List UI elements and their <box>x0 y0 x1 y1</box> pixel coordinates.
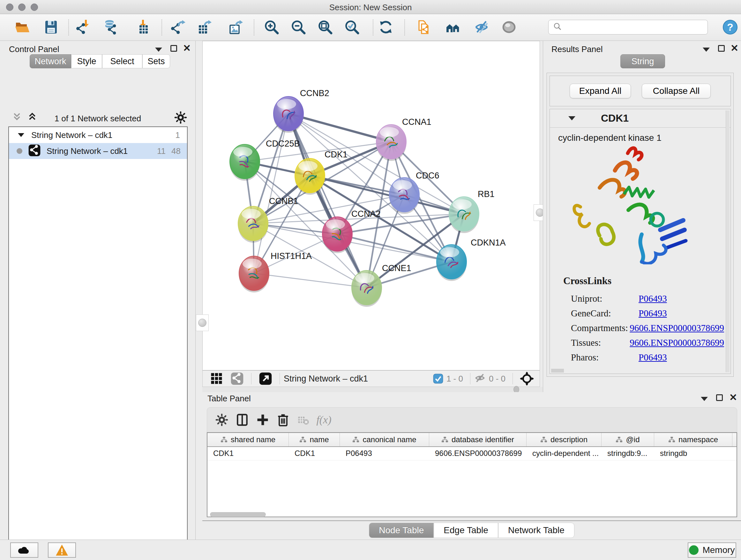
memory-label: Memory <box>702 545 735 555</box>
results-panel-close-icon[interactable]: ✕ <box>731 45 738 53</box>
tab-sets[interactable]: Sets <box>142 54 170 68</box>
tab-select[interactable]: Select <box>102 54 142 68</box>
show-columns-icon[interactable] <box>232 411 253 429</box>
help-button[interactable]: ? <box>722 19 738 36</box>
control-panel-close-icon[interactable]: ✕ <box>183 45 191 53</box>
gene-section-header[interactable]: CDK1 <box>550 109 731 128</box>
network-overview-icon[interactable] <box>227 370 247 388</box>
table-panel-float-icon[interactable] <box>716 394 723 402</box>
control-panel-collapse-icon[interactable] <box>155 47 162 53</box>
column-header-id[interactable]: @id <box>602 433 654 446</box>
results-panel-collapse-icon[interactable] <box>703 47 710 53</box>
crosslink-value-link[interactable]: P06493 <box>638 294 667 304</box>
open-session-icon[interactable] <box>14 19 30 36</box>
table-horizontal-scrollbar[interactable] <box>210 512 266 517</box>
control-panel-float-icon[interactable] <box>171 45 177 53</box>
zoom-out-icon[interactable] <box>290 19 307 36</box>
export-table-icon[interactable] <box>196 19 213 36</box>
column-header-namespace[interactable]: namespace <box>654 433 732 446</box>
table-cell[interactable]: CDK1 <box>207 447 289 460</box>
network-node-cdkn1a[interactable]: CDKN1A <box>436 238 506 281</box>
selected-checkbox-icon[interactable] <box>433 374 443 384</box>
zoom-in-icon[interactable] <box>263 19 280 36</box>
node-label: CCNA2 <box>351 209 381 219</box>
zoom-fit-icon[interactable] <box>317 19 333 36</box>
expand-all-button[interactable]: Expand All <box>569 84 631 98</box>
crosslink-value-link[interactable]: P06493 <box>638 308 667 319</box>
delete-column-icon[interactable] <box>273 411 293 429</box>
column-header-canonicalname[interactable]: canonical name <box>340 433 429 446</box>
network-row-selected[interactable]: String Network – cdk1 11 48 <box>9 143 187 159</box>
node-label: CCNA1 <box>402 117 431 127</box>
cloud-status-button[interactable] <box>10 543 38 558</box>
network-node-count: 11 <box>157 146 165 156</box>
tab-node-table[interactable]: Node Table <box>369 523 434 538</box>
network-edge[interactable] <box>288 114 367 288</box>
crosslink-value-link[interactable]: 9606.ENSP00000378699 <box>630 323 724 333</box>
crosslink-row: Uniprot: P06493 <box>571 291 724 306</box>
table-cell[interactable]: CDK1 <box>289 447 340 460</box>
table-panel-collapse-icon[interactable] <box>701 396 708 402</box>
table-cell[interactable]: stringdb <box>654 447 732 460</box>
network-node-ccne1[interactable]: CCNE1 <box>352 263 411 307</box>
network-node-ccnb2[interactable]: CCNB2 <box>273 88 329 133</box>
gene-collapse-icon[interactable] <box>568 116 576 120</box>
tab-string[interactable]: String <box>620 54 665 68</box>
results-panel-float-icon[interactable] <box>718 45 725 53</box>
network-node-cdc6[interactable]: CDC6 <box>389 171 440 214</box>
app-window: Session: New Session ? Control Panel ✕ N… <box>0 0 741 560</box>
table-cell[interactable]: cyclin-dependent ... <box>527 447 602 460</box>
tab-edge-table[interactable]: Edge Table <box>434 523 498 538</box>
save-session-icon[interactable] <box>43 19 59 36</box>
network-options-gear-icon[interactable] <box>174 111 188 126</box>
export-network-icon[interactable] <box>170 19 187 36</box>
crosslink-value-link[interactable]: 9606.ENSP00000378699 <box>630 337 724 348</box>
table-row[interactable]: CDK1CDK1P064939606.ENSP00000378699cyclin… <box>207 447 737 460</box>
left-splitter-handle[interactable] <box>196 314 209 331</box>
table-cell[interactable]: 9606.ENSP00000378699 <box>429 447 527 460</box>
tree-expand-icon[interactable] <box>18 133 24 137</box>
column-header-name[interactable]: name <box>289 433 340 446</box>
tab-style[interactable]: Style <box>71 54 102 68</box>
table-panel-close-icon[interactable]: ✕ <box>729 394 737 402</box>
results-horizontal-scrollbar[interactable] <box>551 369 564 373</box>
string-home-icon[interactable] <box>445 19 461 36</box>
table-cell[interactable]: stringdb:9... <box>602 447 654 460</box>
column-header-description[interactable]: description <box>527 433 602 446</box>
network-node-rb1[interactable]: RB1 <box>449 189 495 233</box>
crosslink-value-link[interactable]: P06493 <box>638 352 667 363</box>
create-column-icon[interactable] <box>253 411 273 429</box>
memory-button[interactable]: Memory <box>688 543 736 558</box>
fit-selected-icon[interactable] <box>517 370 537 388</box>
tab-network[interactable]: Network <box>30 54 71 68</box>
search-field[interactable] <box>548 20 708 35</box>
export-image-icon[interactable] <box>227 19 244 36</box>
network-node-ccnb1[interactable]: CCNB1 <box>238 196 298 243</box>
results-vertical-scrollbar[interactable] <box>726 111 730 372</box>
import-table-icon[interactable] <box>133 19 150 36</box>
network-node-hist1h1a[interactable]: HIST1H1A <box>239 251 312 293</box>
import-network-file-icon[interactable] <box>75 19 92 36</box>
network-edge[interactable] <box>254 114 288 273</box>
refresh-icon[interactable] <box>378 19 394 36</box>
detach-view-icon[interactable] <box>255 370 276 388</box>
node-label: CDC6 <box>416 171 440 180</box>
table-cell[interactable]: P06493 <box>340 447 429 460</box>
column-header-sharedname[interactable]: shared name <box>207 433 289 446</box>
hide-panels-icon[interactable] <box>473 19 490 36</box>
import-network-database-icon[interactable] <box>103 19 120 36</box>
network-status-dot <box>17 148 22 154</box>
network-node-cdc25b[interactable]: CDC25B <box>230 139 300 181</box>
birds-eye-view-icon[interactable] <box>206 370 227 388</box>
zoom-selected-icon[interactable] <box>344 19 360 36</box>
network-view-canvas[interactable]: CCNB2 CCNA1 CDC25B CDK1 <box>202 41 540 370</box>
warning-status-button[interactable] <box>48 543 76 558</box>
network-collection-row[interactable]: String Network – cdk1 1 <box>9 127 187 143</box>
network-edge[interactable] <box>254 273 367 288</box>
tab-network-table[interactable]: Network Table <box>498 523 575 538</box>
search-input[interactable] <box>565 21 708 34</box>
collapse-all-button[interactable]: Collapse All <box>642 84 711 98</box>
column-header-databaseidentifier[interactable]: database identifier <box>429 433 527 446</box>
first-neighbors-icon[interactable] <box>416 19 432 36</box>
table-options-gear-icon[interactable] <box>212 411 232 429</box>
